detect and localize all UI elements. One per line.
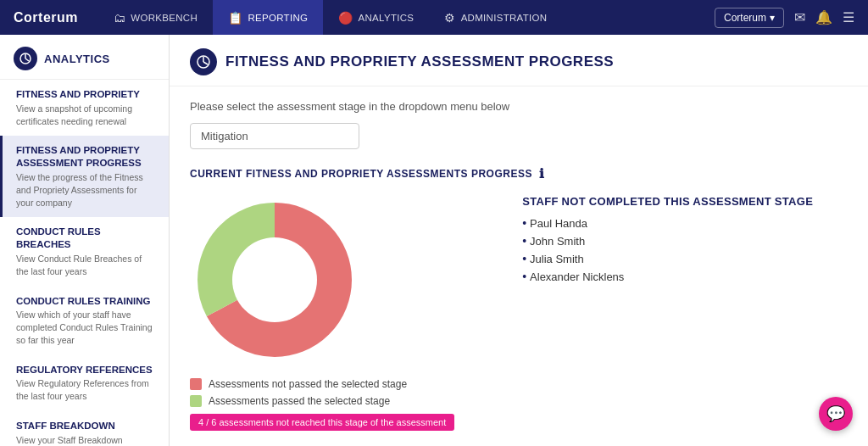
sidebar: ANALYTICS FITNESS AND PROPRIETY View a s… [0,35,170,446]
administration-icon: ⚙ [444,11,455,25]
legend-dot-green [190,395,202,407]
legend-label-red: Assessments not passed the selected stag… [209,378,407,390]
nav-items: 🗂 WORKBENCH 📋 REPORTING 🔴 ANALYTICS ⚙ AD… [98,0,715,35]
sidebar-item-staff-breakdown[interactable]: STAFF BREAKDOWN View your Staff Breakdow… [0,411,169,446]
content-header-svg-icon [197,55,210,69]
sidebar-item-fitness-propriety-desc: View a snapshot of upcoming certificates… [16,103,155,127]
staff-list: Paul Handa John Smith Julia Smith Alexan… [522,216,813,283]
sidebar-item-fitness-propriety[interactable]: FITNESS AND PROPRIETY View a snapshot of… [0,80,169,136]
chart-area: Assessments not passed the selected stag… [190,195,848,431]
list-item: Julia Smith [522,252,813,265]
sidebar-item-fitness-progress-title: FITNESS AND PROPRIETY ASSESSMENT PROGRES… [16,144,155,170]
sidebar-item-conduct-training[interactable]: CONDUCT RULES TRAINING View which of you… [0,287,169,355]
nav-administration-label: ADMINISTRATION [461,13,548,23]
nav-workbench[interactable]: 🗂 WORKBENCH [98,0,213,35]
main-layout: ANALYTICS FITNESS AND PROPRIETY View a s… [0,35,868,446]
mail-icon[interactable]: ✉ [794,9,805,25]
list-item: Paul Handa [522,216,813,230]
sidebar-item-conduct-breaches-desc: View Conduct Rule Breaches of the last f… [16,253,155,277]
legend-dot-red [190,378,202,390]
sidebar-item-conduct-training-desc: View which of your staff have completed … [16,309,155,346]
content-header-icon [190,48,217,75]
sidebar-item-staff-desc: View your Staff Breakdown [16,434,155,446]
bell-icon[interactable]: 🔔 [815,9,832,25]
sidebar-item-conduct-breaches[interactable]: CONDUCT RULES BREACHES View Conduct Rule… [0,217,169,286]
sidebar-item-staff-title: STAFF BREAKDOWN [16,420,155,432]
sidebar-item-regulatory-title: REGULATORY REFERENCES [16,364,155,376]
page-title: FITNESS AND PROPRIETY ASSESSMENT PROGRES… [225,53,614,70]
chart-note: 4 / 6 assessments not reached this stage… [190,414,454,431]
sidebar-item-fitness-progress-desc: View the progress of the Fitness and Pro… [16,171,155,209]
svg-point-8 [232,237,317,322]
sidebar-item-fitness-propriety-title: FITNESS AND PROPRIETY [16,88,155,101]
info-icon[interactable]: ℹ [539,166,545,181]
main-content: FITNESS AND PROPRIETY ASSESSMENT PROGRES… [170,35,868,446]
legend-label-green: Assessments passed the selected stage [209,395,390,407]
sidebar-item-regulatory-desc: View Regulatory References from the last… [16,377,155,402]
nav-right: Corterum ▾ ✉ 🔔 ☰ [715,8,854,28]
reporting-icon: 📋 [228,11,242,25]
assessment-stage-dropdown[interactable]: Mitigation [190,123,359,149]
content-header: FITNESS AND PROPRIETY ASSESSMENT PROGRES… [170,35,868,86]
menu-icon[interactable]: ☰ [843,9,854,25]
nav-administration[interactable]: ⚙ ADMINISTRATION [429,0,562,35]
staff-not-completed-title: STAFF NOT COMPLETED THIS ASSESSMENT STAG… [522,195,813,208]
top-navigation: Corterum 🗂 WORKBENCH 📋 REPORTING 🔴 ANALY… [0,0,868,35]
nav-workbench-label: WORKBENCH [131,13,198,23]
list-item: Alexander Nicklens [522,270,813,283]
legend-item-red: Assessments not passed the selected stag… [190,378,454,390]
workbench-icon: 🗂 [114,11,125,25]
user-menu-label: Corterum [724,12,766,24]
instruction-text: Please select the assessment stage in th… [190,100,848,113]
analytics-icon: 🔴 [338,11,353,25]
sidebar-item-regulatory-references[interactable]: REGULATORY REFERENCES View Regulatory Re… [0,355,169,411]
nav-reporting-label: REPORTING [248,13,308,23]
nav-analytics[interactable]: 🔴 ANALYTICS [323,0,429,35]
nav-analytics-label: ANALYTICS [359,13,415,23]
chat-bubble-button[interactable]: 💬 [819,397,853,431]
sidebar-title: ANALYTICS [44,53,110,65]
analytics-sidebar-icon [19,53,31,64]
user-menu-chevron: ▾ [770,12,775,24]
sidebar-item-conduct-breaches-title: CONDUCT RULES BREACHES [16,226,155,251]
sidebar-header-icon [14,47,37,70]
chart-and-legend: Assessments not passed the selected stag… [190,195,454,431]
logo: Corterum [14,10,78,25]
chart-legend: Assessments not passed the selected stag… [190,378,454,407]
sidebar-item-conduct-training-title: CONDUCT RULES TRAINING [16,295,155,308]
chart-section-title: CURRENT FITNESS AND PROPRIETY ASSESSMENT… [190,166,848,181]
svg-line-5 [203,62,208,64]
user-menu-button[interactable]: Corterum ▾ [715,8,784,28]
svg-line-2 [25,59,29,61]
donut-chart-svg [190,195,359,365]
sidebar-header: ANALYTICS [0,35,169,80]
sidebar-item-fitness-progress[interactable]: FITNESS AND PROPRIETY ASSESSMENT PROGRES… [0,136,169,217]
sidebar-items: FITNESS AND PROPRIETY View a snapshot of… [0,80,169,446]
legend-item-green: Assessments passed the selected stage [190,395,454,407]
content-body: Please select the assessment stage in th… [170,86,868,444]
dropdown-value: Mitigation [201,130,248,142]
chart-section-title-text: CURRENT FITNESS AND PROPRIETY ASSESSMENT… [190,168,532,180]
chat-bubble-icon: 💬 [826,404,845,423]
staff-not-completed-section: STAFF NOT COMPLETED THIS ASSESSMENT STAG… [522,195,813,287]
list-item: John Smith [522,234,813,248]
nav-reporting[interactable]: 📋 REPORTING [213,0,323,35]
donut-chart [190,195,359,365]
